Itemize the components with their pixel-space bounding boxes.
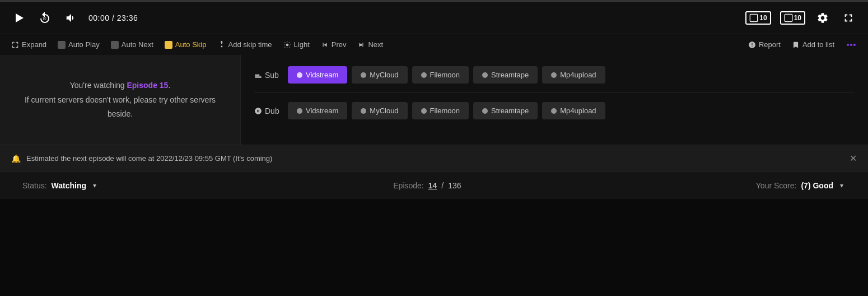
server-divider: [254, 92, 855, 93]
add-to-list-label: Add to list: [802, 40, 834, 49]
score-dropdown-button[interactable]: ▾: [838, 182, 846, 189]
auto-next-checkbox: [111, 41, 119, 49]
right-panel: Sub Vidstream MyCloud Filemoon Streamta: [241, 55, 868, 145]
auto-play-label: Auto Play: [68, 40, 100, 49]
play-dot-icon: [421, 72, 427, 78]
play-dot-icon: [551, 108, 557, 114]
svg-point-7: [853, 44, 856, 46]
next-button[interactable]: Next: [357, 40, 383, 49]
bell-icon: 🔔: [11, 154, 21, 163]
svg-point-5: [847, 44, 849, 46]
light-label: Light: [294, 40, 310, 49]
svg-rect-9: [255, 75, 259, 76]
svg-rect-3: [785, 14, 792, 21]
auto-next-button[interactable]: Auto Next: [111, 40, 153, 49]
auto-play-button[interactable]: Auto Play: [58, 40, 100, 49]
expand-label: Expand: [22, 40, 46, 49]
score-section: Your Score: (7) Good ▾: [756, 181, 846, 190]
play-dot-icon: [482, 72, 488, 78]
play-dot-icon: [361, 72, 366, 78]
score-label: Your Score:: [756, 181, 797, 190]
server-description: If current servers doesn't work, please …: [13, 93, 227, 121]
svg-point-4: [286, 43, 288, 46]
dub-server-streamtape[interactable]: Streamtape: [473, 102, 538, 119]
play-dot-icon: [297, 108, 302, 114]
dub-server-mp4upload[interactable]: Mp4upload: [542, 102, 605, 119]
svg-point-6: [850, 44, 852, 46]
expand-button[interactable]: Expand: [11, 40, 46, 49]
status-value: Watching: [52, 181, 86, 190]
rewind-10-button[interactable]: 10: [36, 9, 54, 27]
play-dot-icon: [421, 108, 427, 114]
total-time: 23:36: [117, 13, 138, 22]
play-button[interactable]: [11, 10, 27, 26]
svg-text:10: 10: [43, 17, 46, 20]
auto-skip-label: Auto Skip: [175, 40, 207, 49]
dub-server-row: Dub Vidstream MyCloud Filemoon Streamta: [254, 102, 855, 119]
settings-button[interactable]: [814, 10, 831, 26]
auto-play-checkbox: [58, 41, 66, 49]
fullscreen-button[interactable]: [840, 10, 857, 26]
share-button[interactable]: [846, 39, 857, 50]
dub-server-mycloud[interactable]: MyCloud: [352, 102, 407, 119]
sub-server-vidstream[interactable]: Vidstream: [288, 66, 347, 84]
svg-rect-8: [255, 76, 262, 77]
add-skip-time-label: Add skip time: [228, 40, 272, 49]
episode-current: 14: [428, 181, 437, 190]
main-content: You're watching Episode 15. If current s…: [0, 55, 868, 145]
prev-label: Prev: [332, 40, 347, 49]
score-value: (7) Good: [801, 181, 833, 190]
progress-bar-container[interactable]: [0, 0, 868, 2]
sub-label: Sub: [254, 71, 282, 80]
play-dot-icon: [482, 108, 488, 114]
prev-button[interactable]: Prev: [321, 40, 347, 49]
episode-label: Episode:: [393, 181, 423, 190]
next-label: Next: [368, 40, 383, 49]
sub-server-filemoon[interactable]: Filemoon: [412, 66, 469, 84]
dub-server-vidstream[interactable]: Vidstream: [288, 102, 347, 119]
status-bar: Status: Watching ▾ Episode: 14 / 136 You…: [0, 172, 868, 199]
notification-message: Estimated the next episode will come at …: [26, 154, 272, 163]
time-display: 00:00 / 23:36: [88, 13, 138, 22]
current-time: 00:00: [88, 13, 110, 22]
play-dot-icon: [551, 72, 557, 78]
skip-10-button[interactable]: 10: [780, 11, 805, 25]
episode-section: Episode: 14 / 136: [393, 181, 461, 190]
left-panel: You're watching Episode 15. If current s…: [0, 55, 241, 145]
forward-label: 10: [759, 14, 767, 22]
dub-label: Dub: [254, 107, 282, 115]
episode-label: Episode 15: [127, 81, 168, 90]
sub-server-buttons: Vidstream MyCloud Filemoon Streamtape Mp…: [288, 66, 605, 84]
time-separator: /: [112, 13, 117, 22]
dub-server-filemoon[interactable]: Filemoon: [412, 102, 469, 119]
auto-skip-button[interactable]: Auto Skip: [165, 40, 207, 49]
sub-server-mp4upload[interactable]: Mp4upload: [542, 66, 605, 84]
add-to-list-button[interactable]: Add to list: [792, 40, 834, 49]
play-dot-icon: [361, 108, 366, 114]
auto-skip-checkbox: [165, 41, 172, 49]
report-button[interactable]: Report: [748, 40, 781, 49]
forward-10-button[interactable]: 10: [745, 11, 771, 25]
add-skip-time-button[interactable]: Add skip time: [218, 40, 272, 49]
auto-next-label: Auto Next: [122, 40, 153, 49]
sub-server-mycloud[interactable]: MyCloud: [352, 66, 407, 84]
sub-server-streamtape[interactable]: Streamtape: [473, 66, 538, 84]
episode-total: 136: [448, 181, 461, 190]
volume-button[interactable]: [63, 10, 80, 26]
watching-text: You're watching Episode 15.: [13, 78, 227, 92]
toolbar: Expand Auto Play Auto Next Auto Skip Add…: [0, 34, 868, 55]
svg-rect-2: [750, 14, 758, 21]
play-dot-icon: [297, 72, 302, 78]
status-dropdown-button[interactable]: ▾: [91, 182, 99, 189]
light-button[interactable]: Light: [283, 40, 310, 49]
player-controls: 10 00:00 / 23:36 10 10: [0, 2, 868, 34]
notification-bar: 🔔 Estimated the next episode will come a…: [0, 145, 868, 172]
report-label: Report: [759, 40, 781, 49]
skip-label: 10: [794, 14, 801, 22]
sub-server-row: Sub Vidstream MyCloud Filemoon Streamta: [254, 66, 855, 84]
notification-close-button[interactable]: ✕: [850, 153, 857, 164]
dub-server-buttons: Vidstream MyCloud Filemoon Streamtape Mp…: [288, 102, 605, 119]
svg-marker-0: [16, 13, 24, 22]
status-section: Status: Watching ▾: [22, 181, 99, 190]
status-label: Status:: [22, 181, 47, 190]
